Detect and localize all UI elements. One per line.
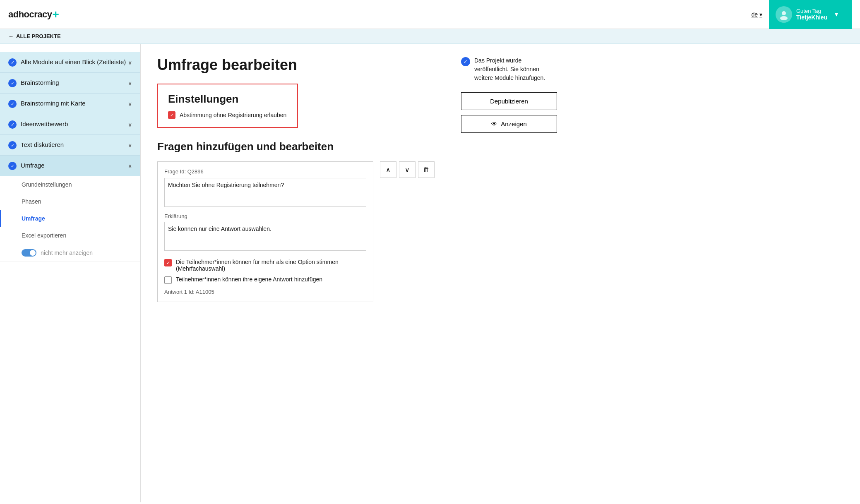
sidebar-chevron-brainstorming-icon: ∨	[128, 80, 132, 86]
question-textarea[interactable]	[164, 178, 366, 207]
user-name: TietjeKhieu	[796, 14, 827, 21]
sidebar-sub-excel[interactable]: Excel exportieren	[0, 227, 140, 244]
question-row: Frage Id: Q2896 Erklärung ✓ Die Teilnehm…	[157, 161, 435, 306]
explanation-label: Erklärung	[164, 213, 366, 219]
main-content: Umfrage bearbeiten Einstellungen ✓ Absti…	[141, 44, 451, 502]
sidebar-label-brainstorming-karte: Brainstorming mit Karte	[21, 99, 86, 108]
page-title: Umfrage bearbeiten	[157, 56, 435, 74]
main-layout: ✓ Alle Module auf einen Blick (Zeitleist…	[0, 44, 860, 502]
sidebar-check-ideenwettbewerb: ✓	[8, 120, 17, 129]
sidebar-check-text-diskutieren: ✓	[8, 141, 17, 149]
down-arrow-icon: ∨	[405, 166, 410, 174]
sidebar-sub-label-phasen: Phasen	[22, 198, 41, 205]
sidebar-chevron-brainstorming-karte-icon: ∨	[128, 101, 132, 107]
user-info: Guten Tag TietjeKhieu	[796, 8, 827, 21]
sidebar-sub-phasen[interactable]: Phasen	[0, 193, 140, 210]
sidebar-chevron-alle-module-icon: ∨	[128, 59, 132, 66]
sidebar-label-alle-module: Alle Module auf einen Blick (Zeitleiste)	[21, 58, 126, 66]
anzeigen-button[interactable]: 👁 Anzeigen	[461, 115, 557, 133]
toggle-knob	[30, 250, 36, 256]
question-card: Frage Id: Q2896 Erklärung ✓ Die Teilnehm…	[157, 161, 373, 302]
lang-chevron-icon: ▾	[759, 11, 762, 18]
sidebar-label-brainstorming: Brainstorming	[21, 79, 59, 87]
checkbox2[interactable]	[164, 276, 172, 284]
question-id: Frage Id: Q2896	[164, 168, 366, 175]
sidebar-item-alle-module[interactable]: ✓ Alle Module auf einen Blick (Zeitleist…	[0, 52, 140, 73]
sidebar-label-ideenwettbewerb: Ideenwettbewerb	[21, 120, 68, 128]
sidebar-sub-label-umfrage: Umfrage	[22, 215, 45, 222]
sidebar-item-text-diskutieren[interactable]: ✓ Text diskutieren ∨	[0, 135, 140, 156]
breadcrumb-bar: ← ALLE PROJEKTE	[0, 29, 860, 44]
sidebar-item-umfrage[interactable]: ✓ Umfrage ∧	[0, 156, 140, 176]
explanation-textarea[interactable]	[164, 222, 366, 251]
settings-box: Einstellungen ✓ Abstimmung ohne Registri…	[157, 84, 298, 128]
sidebar-label-text-diskutieren: Text diskutieren	[21, 141, 64, 149]
breadcrumb[interactable]: ← ALLE PROJEKTE	[8, 33, 61, 39]
breadcrumb-label: ALLE PROJEKTE	[16, 33, 61, 39]
svg-point-1	[780, 16, 788, 20]
toggle-label: nicht mehr anzeigen	[41, 250, 93, 256]
depublizieren-button[interactable]: Depublizieren	[461, 92, 557, 110]
svg-point-0	[782, 11, 786, 15]
sidebar-check-brainstorming-karte: ✓	[8, 100, 17, 108]
settings-checkbox[interactable]: ✓	[168, 111, 175, 119]
settings-title: Einstellungen	[168, 93, 287, 106]
settings-checkbox-label: Abstimmung ohne Registrierung erlauben	[180, 112, 286, 118]
move-down-button[interactable]: ∨	[399, 161, 416, 178]
sidebar-sub-label-excel: Excel exportieren	[22, 232, 66, 239]
logo-text: adhocracy	[8, 9, 52, 20]
user-menu[interactable]: Guten Tag TietjeKhieu ▾	[769, 0, 852, 29]
sidebar-chevron-umfrage-icon: ∧	[128, 163, 132, 169]
header-right: de ▾ Guten Tag TietjeKhieu ▾	[751, 0, 852, 29]
sidebar-sub-grundeinstellungen[interactable]: Grundeinstellungen	[0, 176, 140, 193]
checkbox1[interactable]: ✓	[164, 259, 172, 266]
up-arrow-icon: ∧	[386, 166, 391, 174]
move-up-button[interactable]: ∧	[380, 161, 396, 178]
anzeigen-label: Anzeigen	[501, 120, 527, 127]
sidebar-label-umfrage: Umfrage	[21, 161, 45, 170]
avatar	[776, 6, 792, 23]
toggle-switch[interactable]	[22, 249, 36, 257]
delete-button[interactable]: 🗑	[418, 161, 435, 178]
questions-title: Fragen hinzufügen und bearbeiten	[157, 140, 435, 153]
logo: adhocracy+	[8, 8, 59, 21]
logo-plus: +	[53, 8, 59, 21]
user-greeting: Guten Tag	[796, 8, 827, 14]
sidebar-sub-label-grundeinstellungen: Grundeinstellungen	[22, 181, 72, 188]
answer-id: Antwort 1 Id: A11005	[164, 289, 366, 295]
eye-icon: 👁	[491, 120, 497, 127]
checkbox2-label: Teilnehmer*innen können ihre eigene Antw…	[176, 276, 322, 283]
lang-label: de	[751, 11, 758, 18]
checkbox1-row: ✓ Die Teilnehmer*innen können für mehr a…	[164, 259, 366, 272]
right-panel: ✓ Das Projekt wurde veröffentlicht. Sie …	[451, 44, 567, 502]
settings-checkbox-row: ✓ Abstimmung ohne Registrierung erlauben	[168, 111, 287, 119]
user-chevron-icon: ▾	[835, 10, 838, 18]
sidebar-toggle-item[interactable]: nicht mehr anzeigen	[0, 244, 140, 262]
status-check-icon: ✓	[461, 57, 470, 66]
status-box: ✓ Das Projekt wurde veröffentlicht. Sie …	[461, 56, 557, 82]
sidebar-chevron-text-diskutieren-icon: ∨	[128, 142, 132, 149]
sidebar-check-alle-module: ✓	[8, 58, 17, 67]
depublizieren-label: Depublizieren	[490, 98, 528, 105]
sidebar-item-ideenwettbewerb[interactable]: ✓ Ideenwettbewerb ∨	[0, 114, 140, 135]
language-selector[interactable]: de ▾	[751, 11, 762, 18]
question-content: Frage Id: Q2896 Erklärung ✓ Die Teilnehm…	[157, 161, 373, 306]
checkbox1-label: Die Teilnehmer*innen können für mehr als…	[176, 259, 366, 272]
sidebar-chevron-ideenwettbewerb-icon: ∨	[128, 121, 132, 128]
sidebar-sub-umfrage[interactable]: Umfrage	[0, 210, 140, 227]
status-text: Das Projekt wurde veröffentlicht. Sie kö…	[474, 56, 557, 82]
question-controls: ∧ ∨ 🗑	[380, 161, 435, 178]
sidebar-check-brainstorming: ✓	[8, 79, 17, 87]
sidebar-item-brainstorming[interactable]: ✓ Brainstorming ∨	[0, 73, 140, 94]
sidebar-check-umfrage: ✓	[8, 162, 17, 170]
sidebar-item-brainstorming-karte[interactable]: ✓ Brainstorming mit Karte ∨	[0, 94, 140, 114]
sidebar-sub-menu: Grundeinstellungen Phasen Umfrage Excel …	[0, 176, 140, 262]
checkbox2-row: Teilnehmer*innen können ihre eigene Antw…	[164, 276, 366, 284]
delete-icon: 🗑	[423, 166, 430, 173]
sidebar: ✓ Alle Module auf einen Blick (Zeitleist…	[0, 44, 141, 502]
breadcrumb-arrow-icon: ←	[8, 33, 14, 39]
header: adhocracy+ de ▾ Guten Tag TietjeKhieu ▾	[0, 0, 860, 29]
